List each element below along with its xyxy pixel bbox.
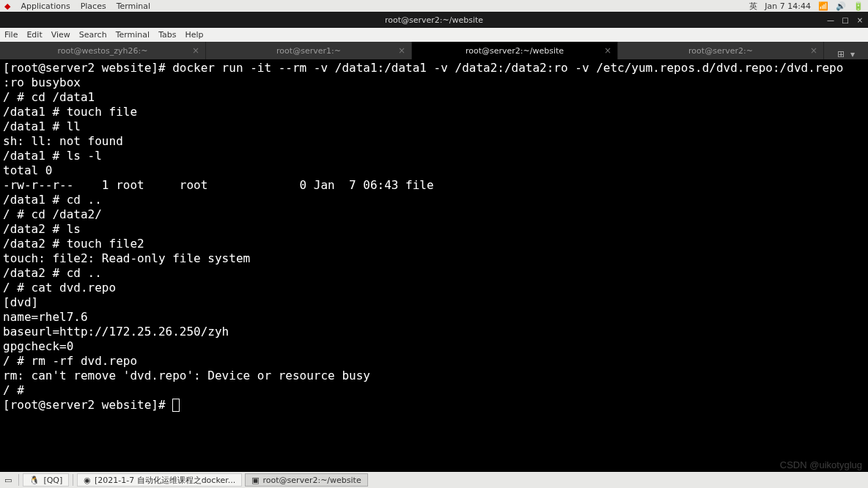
task-label: [2021-1-7 自动化运维课程之docker... — [95, 475, 235, 486]
watermark: CSDN @uikotyglug — [780, 459, 862, 470]
menu-edit[interactable]: Edit — [26, 30, 42, 40]
menu-tabs[interactable]: Tabs — [158, 30, 176, 40]
window-titlebar: root@server2:~/website — □ × — [0, 12, 868, 28]
taskbar-item-qq[interactable]: 🐧 [QQ] — [23, 473, 69, 487]
tab-close-icon[interactable]: × — [604, 45, 611, 56]
qq-icon: 🐧 — [29, 476, 40, 485]
tab-close-icon[interactable]: × — [192, 45, 199, 56]
task-label: root@server2:~/website — [263, 476, 361, 485]
tab-server2-website[interactable]: root@server2:~/website× — [412, 42, 618, 59]
show-desktop-icon[interactable]: ▭ — [0, 476, 16, 485]
menu-help[interactable]: Help — [185, 30, 204, 40]
terminal-menubar: File Edit View Search Terminal Tabs Help — [0, 28, 868, 42]
tab-label: root@server2:~ — [688, 46, 753, 56]
tab-label: root@server1:~ — [276, 46, 341, 56]
maximize-button[interactable]: □ — [840, 15, 850, 25]
new-tab-icon[interactable]: ⊞ — [837, 49, 845, 59]
menu-places[interactable]: Places — [81, 1, 106, 11]
tab-close-icon[interactable]: × — [398, 45, 405, 56]
menu-terminal[interactable]: Terminal — [117, 1, 151, 11]
menu-view[interactable]: View — [51, 30, 70, 40]
taskbar-item-terminal[interactable]: ▣ root@server2:~/website — [245, 473, 368, 487]
clock: Jan 7 14:44 — [765, 1, 811, 11]
ime-indicator[interactable]: 英 — [749, 1, 757, 12]
chrome-icon: ◉ — [84, 476, 91, 485]
red-hat-icon: ◆ — [4, 1, 10, 11]
terminal-icon: ▣ — [251, 476, 259, 485]
desktop-taskbar: ▭ 🐧 [QQ] ◉ [2021-1-7 自动化运维课程之docker... ▣… — [0, 472, 868, 488]
menu-file[interactable]: File — [4, 30, 18, 40]
tab-label: root@westos_zyh26:~ — [58, 46, 148, 56]
menu-applications[interactable]: Applications — [21, 1, 70, 11]
tab-westos[interactable]: root@westos_zyh26:~× — [0, 42, 206, 59]
wifi-icon[interactable]: 📶 — [818, 1, 828, 11]
topbar-menu: ◆ Applications Places Terminal — [4, 1, 150, 11]
tab-close-icon[interactable]: × — [810, 45, 817, 56]
topbar-status: 英 Jan 7 14:44 📶 🔊 🔋 — [749, 1, 864, 12]
desktop-topbar: ◆ Applications Places Terminal 英 Jan 7 1… — [0, 0, 868, 12]
taskbar-item-chrome[interactable]: ◉ [2021-1-7 自动化运维课程之docker... — [77, 473, 242, 487]
terminal-tabbar: root@westos_zyh26:~× root@server1:~× roo… — [0, 42, 868, 59]
menu-terminal-menu[interactable]: Terminal — [116, 30, 150, 40]
menu-search[interactable]: Search — [79, 30, 107, 40]
volume-icon[interactable]: 🔊 — [836, 1, 846, 11]
battery-icon[interactable]: 🔋 — [853, 1, 864, 11]
terminal-output[interactable]: [root@server2 website]# docker run -it -… — [0, 59, 868, 473]
minimize-button[interactable]: — — [825, 15, 836, 25]
tab-server1[interactable]: root@server1:~× — [206, 42, 412, 59]
window-title-text: root@server2:~/website — [385, 15, 483, 25]
tab-extras: ⊞ ▾ — [824, 49, 868, 59]
task-label: [QQ] — [43, 476, 62, 485]
close-button[interactable]: × — [855, 15, 865, 25]
tab-label: root@server2:~/website — [466, 46, 564, 56]
tab-menu-icon[interactable]: ▾ — [850, 49, 855, 59]
tab-server2[interactable]: root@server2:~× — [618, 42, 824, 59]
